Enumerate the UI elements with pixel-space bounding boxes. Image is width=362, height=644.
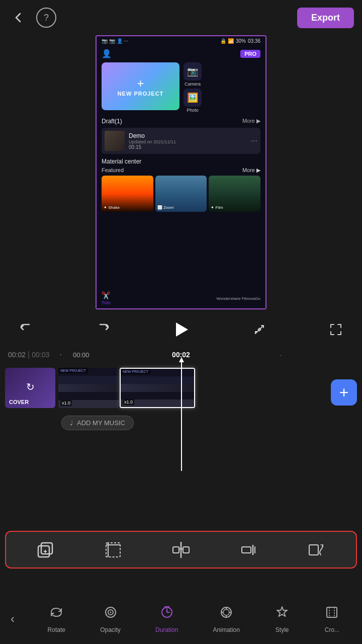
svg-point-23 [223,609,229,615]
dot-right: · [280,351,282,359]
playback-controls [0,314,362,345]
timecode-total: 00:03 [32,351,49,359]
style-icon [275,605,290,623]
camera-option[interactable]: 📷 Camera [184,62,202,87]
featured-zoom[interactable]: ⬜ Zoom [155,176,207,212]
add-clip-button[interactable]: + [331,379,357,406]
svg-marker-0 [176,323,188,337]
refresh-icon: ↻ [26,381,35,393]
photo-icon: 🖼️ [184,89,202,107]
nav-back-button[interactable]: ‹ [0,594,25,644]
demo-duration: 00:15 [129,144,247,150]
svg-rect-10 [173,547,179,553]
trim-label: Trim [102,300,111,305]
fullscreen-button[interactable] [325,318,347,341]
phone-status-bar: 📷 📷 👤 ··· 🔒 📶 30% 03:36 [97,36,265,46]
phone-icons: 📷 📷 👤 ··· [102,38,128,44]
top-bar: ? Export [0,0,362,35]
pro-badge: PRO [240,50,260,58]
crop-label: Cro... [325,626,339,633]
redo-button[interactable] [92,318,114,341]
phone-content: 👤 PRO + NEW PROJECT 📷 Camera 🖼️ Photo [97,46,265,215]
timeline-area: ↻ COVER NEW PROJECT x1.0 1.4s NEW PRO [0,365,362,471]
clip-1[interactable]: NEW PROJECT x1.0 [58,368,119,408]
svg-rect-14 [309,545,318,555]
preview-area: 📷 📷 👤 ··· 🔒 📶 30% 03:36 👤 PRO + NEW PROJ… [96,35,266,309]
style-label: Style [276,626,289,633]
draft-title: Draft(1) [102,118,122,125]
profile-row: 👤 PRO [102,49,260,58]
draft-thumbnail [105,131,125,151]
cover-clip[interactable]: ↻ COVER [5,368,55,408]
nav-crop[interactable]: Cro... [324,605,339,633]
featured-items: ✦ Shake ⬜ Zoom ✦ Film [102,176,260,212]
svg-rect-12 [242,547,251,553]
timecode-current: 00:02 [8,351,26,359]
clip1-speed: x1.0 [60,400,72,406]
svg-point-17 [110,611,111,613]
demo-date: Updated on 2021/11/11 [129,139,247,144]
trim-icon[interactable]: ✂️ Trim [102,291,111,305]
camera-label: Camera [185,82,201,87]
export-button[interactable]: Export [297,8,354,28]
top-bar-left: ? [8,8,56,28]
playhead [181,360,182,471]
replace-tool[interactable] [302,536,332,564]
music-label: ADD MY MUSIC [77,419,125,427]
clip-2[interactable]: 1.4s NEW PROJECT x1.0 [120,368,195,408]
play-button[interactable] [168,317,194,342]
crop-tool[interactable] [98,536,128,564]
duration-label: Duration [155,626,178,633]
help-button[interactable]: ? [36,8,56,28]
music-note-icon: ♩ [70,419,73,427]
featured-shake[interactable]: ✦ Shake [102,176,153,212]
trim-end-tool[interactable] [234,536,264,564]
draft-item[interactable]: Demo Updated on 2021/11/11 00:15 ··· [102,128,260,154]
new-project-card[interactable]: + NEW PROJECT [102,62,179,110]
music-track: ♩ ADD MY MUSIC [59,413,357,433]
timecode-separator: | [28,350,30,359]
featured-film[interactable]: ✦ Film [209,176,260,212]
featured-label: Featured [102,167,124,174]
featured-more[interactable]: More ▶ [242,167,260,174]
draft-more[interactable]: More ▶ [242,118,260,125]
svg-rect-29 [327,607,337,617]
back-button[interactable] [8,8,28,28]
photo-label: Photo [187,108,199,113]
nav-opacity[interactable]: Opacity [100,605,121,633]
wondershare-logo: Wondershare FilmoraGo [217,296,260,301]
cover-label: COVER [9,399,29,405]
magic-button[interactable] [248,318,270,341]
photo-option[interactable]: 🖼️ Photo [184,89,202,113]
nav-items: Rotate Opacity [25,605,362,633]
duration-icon [159,605,174,623]
edit-tools-bar [5,531,357,569]
draft-info: Demo Updated on 2021/11/11 00:15 [129,132,247,150]
phone-status-right: 🔒 📶 30% 03:36 [220,38,260,44]
battery-label: 30% [236,38,246,44]
svg-rect-3 [41,543,52,554]
nav-animation[interactable]: Animation [213,605,240,633]
split-tool[interactable] [166,536,196,564]
svg-rect-11 [183,547,189,553]
rotate-icon [49,605,64,623]
draft-section: Draft(1) More ▶ Demo Updated on 2021/11/… [102,118,260,154]
copy-tool[interactable] [30,536,60,564]
camera-icon: 📷 [184,62,202,80]
add-music-button[interactable]: ♩ ADD MY MUSIC [61,416,134,430]
phone-inner: 📷 📷 👤 ··· 🔒 📶 30% 03:36 👤 PRO + NEW PROJ… [97,36,265,308]
animation-label: Animation [213,626,240,633]
nav-style[interactable]: Style [275,605,290,633]
undo-button[interactable] [15,318,37,341]
nav-rotate[interactable]: Rotate [48,605,65,633]
clip2-label: NEW PROJECT [121,369,150,374]
marker-start: 00:00 [73,351,89,359]
opacity-icon [103,605,118,623]
nav-duration[interactable]: Duration [155,605,178,633]
timeline-position: 00:02 [172,351,190,359]
draft-header: Draft(1) More ▶ [102,118,260,125]
shake-label: ✦ Shake [104,205,120,210]
draft-menu[interactable]: ··· [251,136,257,145]
time-label: 03:36 [248,38,260,44]
material-center: Material center [102,158,260,165]
